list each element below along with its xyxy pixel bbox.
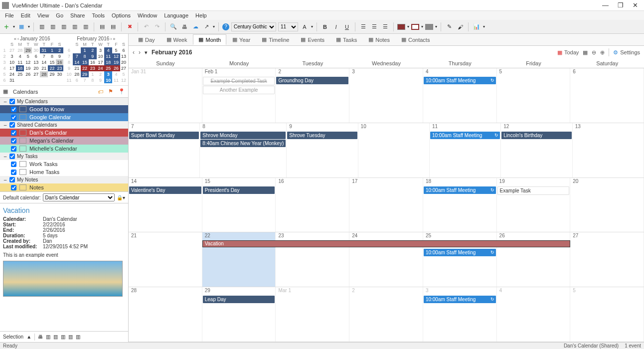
today-button[interactable]: ▦Today <box>557 49 579 56</box>
sel-tb4[interactable]: ▥ <box>68 334 73 340</box>
align-left-icon[interactable]: ☰ <box>359 22 368 31</box>
cal-group-my-tasks[interactable]: – My Tasks <box>0 153 128 160</box>
cal-item-home-tasks[interactable]: Home Tasks <box>0 168 128 176</box>
cal-item-google-calendar[interactable]: Google Calendar <box>0 113 128 121</box>
day-cell[interactable]: 29Leap Day <box>202 287 276 342</box>
event[interactable]: Super Bowl Sunday <box>129 132 199 139</box>
day-cell[interactable]: 27 <box>570 232 644 287</box>
bold-icon[interactable]: B <box>321 22 329 31</box>
add-icon[interactable]: + <box>2 22 11 31</box>
menu-tools[interactable]: Tools <box>89 12 108 19</box>
calendars-tab[interactable]: Calendars <box>13 89 38 95</box>
day-cell[interactable]: 14Valentine's Day <box>129 178 202 232</box>
view-tab-notes[interactable]: ▦Notes <box>363 34 395 45</box>
cal-item-dan-s-calendar[interactable]: Dan's Calendar <box>0 129 128 137</box>
redo-icon[interactable]: ↷ <box>153 22 161 31</box>
menu-view[interactable]: View <box>34 12 52 19</box>
event[interactable]: Shrove Tuesday <box>287 132 357 139</box>
event[interactable]: 10:00am Staff Meeting↻ <box>430 132 500 139</box>
sel-tb5[interactable]: ▥ <box>76 334 80 340</box>
day-cell[interactable]: 5 <box>497 68 571 123</box>
menu-file[interactable]: File <box>2 12 17 19</box>
day-cell[interactable]: 1110:00am Staff Meeting↻ <box>430 123 501 177</box>
day-cell[interactable]: 7Super Bowl Sunday <box>129 123 200 177</box>
day-cell[interactable]: 12Lincoln's Birthday <box>501 123 572 177</box>
print-sel-icon[interactable]: 🖶 <box>38 334 43 340</box>
event[interactable]: Leap Day <box>203 296 275 303</box>
mini-cal-jan[interactable]: «‹January 2016 SMTWTFS 1272829303112 234… <box>1 36 63 83</box>
cal-group-my-notes[interactable]: – My Notes <box>0 176 128 183</box>
menu-edit[interactable]: Edit <box>18 12 33 19</box>
day-cell[interactable]: 9Shrove Tuesday <box>287 123 358 177</box>
event[interactable]: Example Completed Task <box>203 77 275 85</box>
view-tab-year[interactable]: ▦Year <box>227 34 256 45</box>
tb2[interactable]: ▥ <box>48 22 57 31</box>
dropdown-icon[interactable]: ▾ <box>145 49 148 56</box>
next-year-icon[interactable]: » <box>113 36 115 41</box>
align-center-icon[interactable]: ☰ <box>370 22 379 31</box>
default-calendar-select[interactable]: Dan's Calendar <box>43 193 115 201</box>
event[interactable]: Example Task <box>497 186 570 195</box>
lock-icon[interactable]: 🔒▾ <box>117 195 125 200</box>
cal-group-my-calendars[interactable]: – My Calendars <box>0 98 128 105</box>
day-cell[interactable]: 8Shrove Monday8:40am Chinese New Year (M… <box>200 123 287 177</box>
zoom-in-icon[interactable]: ⊕ <box>600 49 605 56</box>
day-cell[interactable]: 19Example Task <box>497 178 571 232</box>
cal-group-shared-calendars[interactable]: – Shared Calendars <box>0 121 128 129</box>
day-cell[interactable]: 2 <box>349 287 423 342</box>
prev-year-icon[interactable]: « <box>14 36 16 41</box>
day-cell[interactable]: 310:00am Staff Meeting↻ <box>423 287 497 342</box>
day-cell[interactable]: 16 <box>276 178 349 232</box>
gray-color[interactable] <box>425 24 433 30</box>
size-select[interactable]: 11 <box>278 22 298 31</box>
selection-toggle-icon[interactable]: ▲ <box>26 334 31 340</box>
next-month-button[interactable]: › <box>139 49 141 56</box>
event[interactable]: 10:00am Staff Meeting↻ <box>424 249 496 256</box>
event[interactable]: Lincoln's Birthday <box>501 132 571 139</box>
menu-window[interactable]: Window <box>135 12 160 19</box>
tag-icon[interactable]: 🏷 <box>98 89 103 95</box>
menu-options[interactable]: Options <box>109 12 134 19</box>
day-cell[interactable]: Jan 31 <box>129 68 202 123</box>
day-cell[interactable]: 6 <box>570 68 644 123</box>
day-cell[interactable]: 15President's Day <box>202 178 276 232</box>
view-tab-day[interactable]: ▦Day <box>133 34 161 45</box>
chart-icon[interactable]: 📊 <box>472 22 481 31</box>
undo-icon[interactable]: ↶ <box>142 22 151 31</box>
cal-item-good-to-know[interactable]: Good to Know <box>0 105 128 113</box>
settings-button[interactable]: ⚙Settings <box>613 49 640 56</box>
day-cell[interactable]: 410:00am Staff Meeting↻ <box>423 68 497 123</box>
border-color[interactable] <box>411 24 419 30</box>
event[interactable]: 8:40am Chinese New Year (Monkey) <box>200 140 286 147</box>
day-cell[interactable]: 3 <box>349 68 423 123</box>
menu-share[interactable]: Share <box>67 12 88 19</box>
day-cell[interactable]: 28 <box>129 287 202 342</box>
event[interactable]: 10:00am Staff Meeting↻ <box>424 186 496 194</box>
view-tab-contacts[interactable]: ▦Contacts <box>396 34 435 45</box>
minimize-button[interactable]: — <box>602 1 609 9</box>
view-tab-month[interactable]: ▦Month <box>193 34 226 45</box>
font-select[interactable]: Century Gothic <box>231 22 276 31</box>
underline-icon[interactable]: U <box>342 22 351 31</box>
event-vacation[interactable]: Vacation <box>202 240 570 247</box>
view-tab-tasks[interactable]: ▦Tasks <box>330 34 362 45</box>
view-tab-week[interactable]: ▦Week <box>161 34 193 45</box>
calendar-btn[interactable]: ▦ <box>17 22 26 31</box>
prev-month-button[interactable]: ‹ <box>133 49 135 56</box>
day-cell[interactable]: 4 <box>497 287 571 342</box>
tb5[interactable]: ▥ <box>81 22 90 31</box>
tb1[interactable]: ▥ <box>37 22 46 31</box>
day-cell[interactable]: 2Groundhog Day <box>276 68 349 123</box>
view-tab-events[interactable]: ▦Events <box>295 34 330 45</box>
cal-item-notes[interactable]: Notes <box>0 183 128 191</box>
search-icon[interactable]: 🔍 <box>169 22 178 31</box>
event[interactable]: 10:00am Staff Meeting↻ <box>424 296 496 303</box>
next-month-icon[interactable]: › <box>110 36 112 41</box>
cal-item-work-tasks[interactable]: Work Tasks <box>0 160 128 168</box>
help-icon[interactable]: ? <box>222 23 229 30</box>
menu-language[interactable]: Language <box>161 12 191 19</box>
delete-icon[interactable]: ✖ <box>125 22 134 31</box>
eyedropper-icon[interactable]: ✎ <box>445 22 454 31</box>
prev-month-icon[interactable]: ‹ <box>17 36 19 41</box>
day-cell[interactable]: Mar 1 <box>276 287 349 342</box>
